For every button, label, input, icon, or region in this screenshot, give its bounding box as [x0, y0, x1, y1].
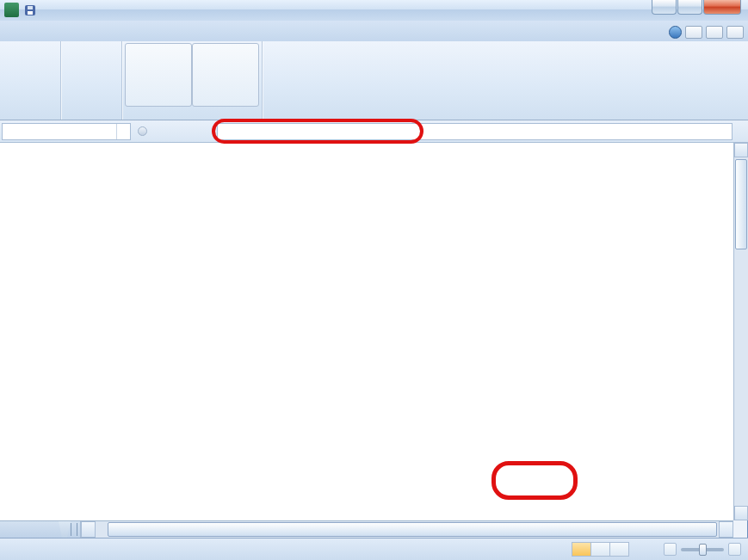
- horizontal-scroll-track[interactable]: [96, 521, 719, 538]
- last-sheet-button[interactable]: [44, 521, 59, 538]
- view-normal-icon[interactable]: [572, 542, 591, 557]
- name-box[interactable]: [2, 123, 131, 140]
- name-manager-button[interactable]: [64, 43, 119, 73]
- view-break-icon[interactable]: [609, 542, 629, 557]
- vertical-scrollbar[interactable]: [733, 143, 748, 520]
- help-icon[interactable]: [669, 26, 682, 39]
- formula-bar-splitter[interactable]: [131, 126, 193, 136]
- zoom-slider-thumb[interactable]: [699, 544, 707, 556]
- scroll-down-icon[interactable]: [734, 506, 748, 520]
- window-controls: [651, 0, 741, 15]
- workbook-minimize-icon[interactable]: [685, 26, 702, 39]
- maximize-button[interactable]: [677, 0, 702, 15]
- ribbon: [0, 41, 748, 120]
- scroll-up-icon[interactable]: [734, 143, 748, 157]
- formula-auditing-button[interactable]: [125, 43, 192, 107]
- ribbon-group-defined-names: [61, 41, 122, 120]
- redo-button[interactable]: [59, 3, 73, 17]
- horizontal-scroll-thumb[interactable]: [108, 522, 717, 537]
- workbook-restore-icon[interactable]: [706, 26, 723, 39]
- sheet-tab-bar: [0, 520, 733, 538]
- spreadsheet-grid: [0, 143, 733, 520]
- ribbon-group-auditing: [122, 41, 263, 120]
- formula-input[interactable]: [217, 123, 733, 140]
- save-icon: [25, 5, 35, 15]
- zoom-out-icon[interactable]: [664, 543, 677, 556]
- excel-logo-icon[interactable]: [4, 3, 19, 17]
- status-bar-right: [572, 542, 741, 557]
- view-layout-icon[interactable]: [590, 542, 610, 557]
- excel-window: [0, 0, 748, 560]
- insert-function-fx-button[interactable]: [193, 123, 217, 140]
- title-bar: [0, 0, 748, 21]
- zoom-in-icon[interactable]: [728, 543, 741, 556]
- calculation-button[interactable]: [192, 43, 259, 107]
- ribbon-right-controls: [665, 26, 748, 41]
- quick-table-button[interactable]: [77, 3, 91, 17]
- vertical-scroll-thumb[interactable]: [735, 159, 747, 249]
- tab-split-handle[interactable]: [71, 523, 77, 536]
- insert-sheet-button[interactable]: [59, 521, 71, 538]
- ribbon-tab-row: [0, 21, 748, 41]
- scroll-right-icon[interactable]: [719, 521, 733, 538]
- splitter-dot-icon: [138, 126, 147, 136]
- zoom-slider[interactable]: [681, 548, 724, 551]
- qat-customize-button[interactable]: [96, 3, 109, 17]
- save-button[interactable]: [23, 3, 37, 17]
- prev-sheet-button[interactable]: [15, 521, 29, 538]
- status-bar: [0, 538, 748, 560]
- minimize-button[interactable]: [652, 0, 677, 15]
- workbook-close-icon[interactable]: [726, 26, 744, 39]
- undo-button[interactable]: [41, 3, 55, 17]
- quick-access-toolbar: [4, 3, 109, 17]
- namebox-arrow-icon[interactable]: [116, 124, 130, 139]
- horizontal-scrollbar[interactable]: [80, 521, 733, 538]
- first-sheet-button[interactable]: [0, 521, 15, 538]
- close-button[interactable]: [703, 0, 741, 15]
- view-shortcuts: [572, 542, 629, 557]
- next-sheet-button[interactable]: [29, 521, 44, 538]
- formula-bar: [0, 120, 748, 143]
- scroll-left-icon[interactable]: [81, 521, 96, 538]
- insert-function-button[interactable]: [3, 43, 58, 73]
- ribbon-group-function-library: [0, 41, 61, 120]
